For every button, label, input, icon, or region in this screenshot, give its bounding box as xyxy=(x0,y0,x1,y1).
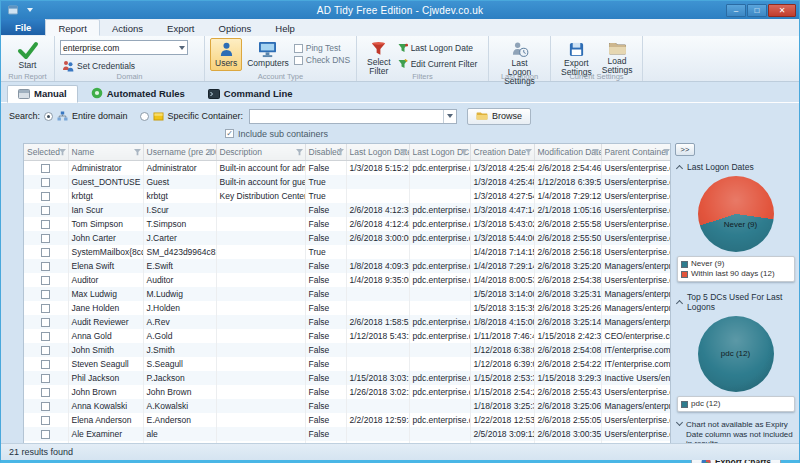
row-checkbox[interactable] xyxy=(41,430,50,439)
table-row[interactable]: Tom SimpsonT.SimpsonFalse2/6/2018 4:12:4… xyxy=(24,217,671,231)
tab-report[interactable]: Report xyxy=(45,19,100,36)
row-checkbox[interactable] xyxy=(41,402,50,411)
table-row[interactable]: AdministratorAdministratorBuilt-in accou… xyxy=(24,160,671,175)
table-row[interactable]: John SmithJ.SmithFalse1/12/2018 6:38:08 … xyxy=(24,343,671,357)
tab-export[interactable]: Export xyxy=(155,19,206,35)
row-checkbox[interactable] xyxy=(41,192,50,201)
row-checkbox[interactable] xyxy=(41,416,50,425)
chevron-up-icon[interactable] xyxy=(676,165,683,172)
column-header-last-logon-dc[interactable]: Last Logon DC xyxy=(409,144,470,160)
row-checkbox[interactable] xyxy=(41,388,50,397)
start-button[interactable]: Start xyxy=(12,38,44,73)
filter-funnel-icon[interactable] xyxy=(207,149,214,156)
table-row[interactable]: SystemMailbox{8cc370dSM_d423d9964c82442f… xyxy=(24,245,671,259)
users-button[interactable]: Users xyxy=(210,38,242,71)
browse-button[interactable]: Browse xyxy=(467,108,531,125)
row-checkbox[interactable] xyxy=(41,346,50,355)
table-row[interactable]: AuditorAuditorFalse1/4/2018 9:35:00 AMpd… xyxy=(24,273,671,287)
last-logon-settings-button[interactable]: Last Logon Settings xyxy=(494,38,545,89)
table-row[interactable]: John CarterJ.CarterFalse2/6/2018 3:00:00… xyxy=(24,231,671,245)
tab-automated-rules[interactable]: Automated Rules xyxy=(81,85,195,102)
table-row[interactable]: Steven SeagullS.SeagullFalse1/12/2018 6:… xyxy=(24,357,671,371)
row-checkbox[interactable] xyxy=(41,220,50,229)
chevron-up-icon[interactable] xyxy=(676,300,683,307)
row-checkbox[interactable] xyxy=(41,262,50,271)
container-dropdown-icon[interactable] xyxy=(443,110,456,123)
entire-domain-label[interactable]: Entire domain xyxy=(72,111,128,121)
column-header-creation-date[interactable]: Creation Date xyxy=(470,144,534,160)
table-row[interactable]: Ian ScurI.ScurFalse2/6/2018 4:12:38 AMpd… xyxy=(24,203,671,217)
tab-command-line[interactable]: Command Line xyxy=(198,86,303,102)
domain-combobox[interactable]: enterprise.com xyxy=(60,40,188,55)
specific-container-radio[interactable] xyxy=(140,112,149,121)
column-header-disabled[interactable]: Disabled xyxy=(305,144,346,160)
filter-funnel-icon[interactable] xyxy=(592,149,599,156)
table-row[interactable]: krbtgtkrbtgtKey Distribution Center Serv… xyxy=(24,189,671,203)
tab-options[interactable]: Options xyxy=(207,19,264,35)
table-row[interactable]: Phil JacksonP.JacksonFalse1/15/2018 3:03… xyxy=(24,371,671,385)
tab-manual[interactable]: Manual xyxy=(7,85,78,103)
column-header-username[interactable]: Username (pre 2000) xyxy=(143,144,216,160)
qat-dropdown-icon[interactable] xyxy=(23,4,37,16)
row-checkbox[interactable] xyxy=(41,318,50,327)
column-header-modification-date[interactable]: Modification Date xyxy=(534,144,601,160)
minimize-button[interactable]: – xyxy=(726,4,746,17)
table-row[interactable]: Elena AndersonE.AndersonFalse2/2/2018 12… xyxy=(24,413,671,427)
combo-dropdown-icon[interactable] xyxy=(179,46,185,50)
filter-funnel-icon[interactable] xyxy=(663,149,670,156)
tab-file[interactable]: File xyxy=(1,19,45,35)
top-dcs-section-header[interactable]: Top 5 DCs Used For Last Logons xyxy=(677,292,797,312)
column-header-name[interactable]: Name xyxy=(68,144,143,160)
table-row[interactable]: John BrownJohn BrownFalse1/26/2018 3:02:… xyxy=(24,385,671,399)
table-row[interactable]: Guest_DONTUSEGuestBuilt-in account for g… xyxy=(24,175,671,189)
row-checkbox[interactable] xyxy=(41,164,50,173)
row-checkbox[interactable] xyxy=(41,332,50,341)
row-checkbox[interactable] xyxy=(41,360,50,369)
include-sub-containers-checkbox[interactable]: Include sub containers xyxy=(225,127,793,140)
filter-funnel-icon[interactable] xyxy=(337,149,344,156)
column-header-selected[interactable]: Selected xyxy=(24,144,68,160)
table-row[interactable]: Anna KowalskiA.KowalskiFalse1/18/2018 3:… xyxy=(24,399,671,413)
row-checkbox[interactable] xyxy=(41,304,50,313)
ping-test-checkbox[interactable]: Ping Test xyxy=(294,43,350,53)
row-checkbox[interactable] xyxy=(41,234,50,243)
column-header-parent-container[interactable]: Parent Container xyxy=(601,144,671,160)
table-row[interactable]: Jane HoldenJ.HoldenFalse1/5/2018 3:15:35… xyxy=(24,301,671,315)
tab-actions[interactable]: Actions xyxy=(100,19,155,35)
table-row[interactable]: Max LudwigM.LudwigFalse1/5/2018 3:14:00 … xyxy=(24,287,671,301)
filter-funnel-icon[interactable] xyxy=(525,149,532,156)
expand-panel-button[interactable]: >> xyxy=(675,143,695,156)
entire-domain-radio[interactable] xyxy=(44,112,53,121)
close-button[interactable]: ✕ xyxy=(768,4,796,17)
row-checkbox[interactable] xyxy=(41,248,50,257)
row-checkbox[interactable] xyxy=(41,290,50,299)
check-dns-box[interactable] xyxy=(294,56,303,65)
maximize-button[interactable]: □ xyxy=(747,4,767,17)
specific-container-label[interactable]: Specific Container: xyxy=(168,111,244,121)
table-row[interactable]: Anna GoldA.GoldFalse1/12/2018 5:43:21 AM… xyxy=(24,329,671,343)
last-logon-date-filter-button[interactable]: Last Logon Date xyxy=(396,42,480,54)
filter-funnel-icon[interactable] xyxy=(134,149,141,156)
container-input[interactable] xyxy=(249,109,457,124)
filter-funnel-icon[interactable] xyxy=(296,149,303,156)
chevron-down-icon[interactable] xyxy=(676,419,683,426)
table-row[interactable]: Audit ReviewerA.RevFalse2/6/2018 1:58:52… xyxy=(24,315,671,329)
row-checkbox[interactable] xyxy=(41,206,50,215)
row-checkbox[interactable] xyxy=(41,276,50,285)
last-logon-dates-section-header[interactable]: Last Logon Dates xyxy=(677,162,797,172)
column-header-last-logon-date[interactable]: Last Logon Date xyxy=(346,144,409,160)
column-header-description[interactable]: Description xyxy=(216,144,305,160)
filter-funnel-icon[interactable] xyxy=(59,149,66,156)
table-row[interactable]: Elena SwiftE.SwiftFalse1/8/2018 4:09:38 … xyxy=(24,259,671,273)
ping-test-box[interactable] xyxy=(294,44,303,53)
table-row[interactable]: Ale ExamineraleFalse2/5/2018 3:09:11 AM2… xyxy=(24,427,671,441)
row-checkbox[interactable] xyxy=(41,178,50,187)
row-checkbox[interactable] xyxy=(41,374,50,383)
edit-current-filter-button[interactable]: Edit Current Filter xyxy=(396,58,480,70)
filter-funnel-icon[interactable] xyxy=(400,149,407,156)
include-sub-box[interactable] xyxy=(225,129,234,138)
set-credentials-button[interactable]: Set Credentials xyxy=(60,59,188,73)
computers-button[interactable]: Computers xyxy=(242,38,294,71)
check-dns-checkbox[interactable]: Check DNS xyxy=(294,55,350,65)
filter-funnel-icon[interactable] xyxy=(461,149,468,156)
